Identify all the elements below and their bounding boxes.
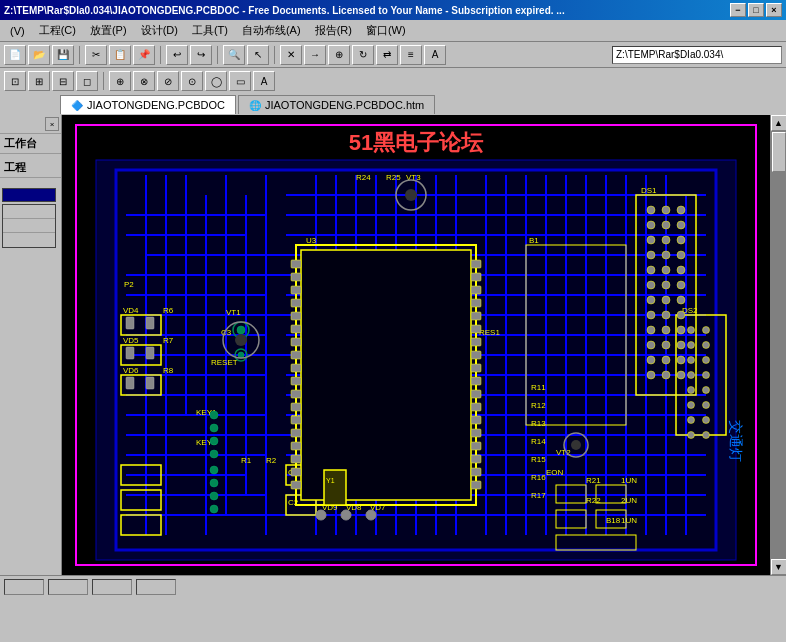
svg-point-224 bbox=[677, 311, 685, 319]
scroll-track[interactable] bbox=[771, 131, 787, 559]
section-workbench[interactable]: 工作台 bbox=[0, 134, 61, 154]
svg-text:DS1: DS1 bbox=[641, 186, 657, 195]
menu-window[interactable]: 窗口(W) bbox=[360, 21, 412, 40]
svg-point-214 bbox=[662, 266, 670, 274]
tab-htm[interactable]: 🌐 JIAOTONGDENG.PCBDOC.htm bbox=[238, 95, 435, 114]
svg-point-250 bbox=[703, 417, 710, 424]
tb2-btn9[interactable]: ◯ bbox=[205, 71, 227, 91]
scroll-thumb[interactable] bbox=[772, 132, 786, 172]
layer-swatch-2 bbox=[2, 204, 56, 248]
svg-text:VT1: VT1 bbox=[226, 308, 241, 317]
main-area: × 工作台 工程 51黑电子论坛 bbox=[0, 115, 786, 575]
section-project[interactable]: 工程 bbox=[0, 158, 61, 178]
text-btn[interactable]: A bbox=[424, 45, 446, 65]
scroll-down-button[interactable]: ▼ bbox=[771, 559, 787, 575]
svg-point-243 bbox=[688, 372, 695, 379]
cross-btn[interactable]: ✕ bbox=[280, 45, 302, 65]
align-btn[interactable]: ≡ bbox=[400, 45, 422, 65]
menu-reports[interactable]: 报告(R) bbox=[309, 21, 358, 40]
svg-text:R2: R2 bbox=[266, 456, 277, 465]
svg-point-228 bbox=[647, 341, 655, 349]
tb2-btn4[interactable]: ◻ bbox=[76, 71, 98, 91]
svg-point-152 bbox=[210, 437, 218, 445]
svg-rect-197 bbox=[471, 442, 481, 450]
svg-rect-196 bbox=[471, 429, 481, 437]
move-btn[interactable]: ⊕ bbox=[328, 45, 350, 65]
svg-point-244 bbox=[703, 372, 710, 379]
arrow-btn[interactable]: → bbox=[304, 45, 326, 65]
svg-rect-173 bbox=[291, 364, 301, 372]
svg-rect-184 bbox=[471, 273, 481, 281]
minimize-button[interactable]: − bbox=[730, 3, 746, 17]
svg-point-242 bbox=[703, 357, 710, 364]
tb2-btn1[interactable]: ⊡ bbox=[4, 71, 26, 91]
left-side-panel: × 工作台 工程 bbox=[0, 115, 62, 575]
menu-project[interactable]: 工程(C) bbox=[33, 21, 82, 40]
svg-rect-187 bbox=[471, 312, 481, 320]
undo-btn[interactable]: ↩ bbox=[166, 45, 188, 65]
sep5 bbox=[103, 72, 104, 90]
window-controls: − □ × bbox=[730, 3, 782, 17]
svg-point-212 bbox=[677, 251, 685, 259]
new-btn[interactable]: 📄 bbox=[4, 45, 26, 65]
menu-bar: (V) 工程(C) 放置(P) 设计(D) 工具(T) 自动布线(A) 报告(R… bbox=[0, 20, 786, 42]
svg-rect-195 bbox=[471, 416, 481, 424]
svg-point-221 bbox=[677, 296, 685, 304]
copy-btn[interactable]: 📋 bbox=[109, 45, 131, 65]
svg-rect-180 bbox=[291, 455, 301, 463]
tb2-btn10[interactable]: ▭ bbox=[229, 71, 251, 91]
svg-text:R16: R16 bbox=[531, 473, 546, 482]
maximize-button[interactable]: □ bbox=[748, 3, 764, 17]
svg-text:RES1: RES1 bbox=[479, 328, 500, 337]
tab-pcbdoc[interactable]: 🔷 JIAOTONGDENG.PCBDOC bbox=[60, 95, 236, 114]
pcb-drawing: 51黑电子论坛 bbox=[62, 115, 770, 575]
svg-point-231 bbox=[647, 356, 655, 364]
status-seg-4 bbox=[136, 579, 176, 595]
tb2-btn8[interactable]: ⊙ bbox=[181, 71, 203, 91]
select-btn[interactable]: ↖ bbox=[247, 45, 269, 65]
pcb-canvas-area[interactable]: 51黑电子论坛 bbox=[62, 115, 786, 575]
tab-bar: 🔷 JIAOTONGDENG.PCBDOC 🌐 JIAOTONGDENG.PCB… bbox=[0, 94, 786, 115]
menu-design[interactable]: 设计(D) bbox=[135, 21, 184, 40]
tb2-btn11[interactable]: A bbox=[253, 71, 275, 91]
redo-btn[interactable]: ↪ bbox=[190, 45, 212, 65]
svg-point-240 bbox=[703, 342, 710, 349]
svg-point-217 bbox=[662, 281, 670, 289]
svg-rect-179 bbox=[291, 442, 301, 450]
paste-btn[interactable]: 📌 bbox=[133, 45, 155, 65]
svg-rect-193 bbox=[471, 390, 481, 398]
menu-view[interactable]: (V) bbox=[4, 23, 31, 39]
svg-point-203 bbox=[677, 206, 685, 214]
svg-point-232 bbox=[662, 356, 670, 364]
menu-tools[interactable]: 工具(T) bbox=[186, 21, 234, 40]
tb2-btn7[interactable]: ⊘ bbox=[157, 71, 179, 91]
tb2-btn5[interactable]: ⊕ bbox=[109, 71, 131, 91]
vertical-scrollbar[interactable]: ▲ ▼ bbox=[770, 115, 786, 575]
svg-point-239 bbox=[688, 342, 695, 349]
menu-place[interactable]: 放置(P) bbox=[84, 21, 133, 40]
tb2-btn6[interactable]: ⊗ bbox=[133, 71, 155, 91]
panel-pin-btn[interactable]: × bbox=[45, 117, 59, 131]
svg-point-227 bbox=[677, 326, 685, 334]
zoom-btn[interactable]: 🔍 bbox=[223, 45, 245, 65]
flip-btn[interactable]: ⇄ bbox=[376, 45, 398, 65]
save-btn[interactable]: 💾 bbox=[52, 45, 74, 65]
rotate-btn[interactable]: ↻ bbox=[352, 45, 374, 65]
svg-rect-191 bbox=[471, 364, 481, 372]
cut-btn[interactable]: ✂ bbox=[85, 45, 107, 65]
sep4 bbox=[274, 46, 275, 64]
svg-point-264 bbox=[571, 440, 581, 450]
svg-point-215 bbox=[677, 266, 685, 274]
svg-point-234 bbox=[647, 371, 655, 379]
svg-rect-194 bbox=[471, 403, 481, 411]
svg-rect-198 bbox=[471, 455, 481, 463]
tb2-btn2[interactable]: ⊞ bbox=[28, 71, 50, 91]
svg-rect-166 bbox=[291, 273, 301, 281]
tb2-btn3[interactable]: ⊟ bbox=[52, 71, 74, 91]
menu-autoroute[interactable]: 自动布线(A) bbox=[236, 21, 307, 40]
svg-point-233 bbox=[677, 356, 685, 364]
path-display: Z:\TEMP\Rar$DIa0.034\ bbox=[612, 46, 782, 64]
close-button[interactable]: × bbox=[766, 3, 782, 17]
scroll-up-button[interactable]: ▲ bbox=[771, 115, 787, 131]
open-btn[interactable]: 📂 bbox=[28, 45, 50, 65]
